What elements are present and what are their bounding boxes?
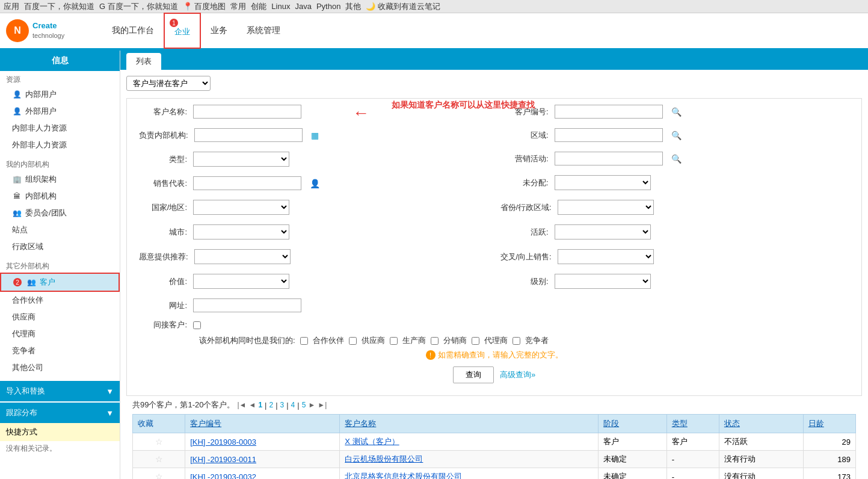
input-customer-no[interactable] [555, 105, 663, 119]
label-supplier: 供应商 [362, 335, 385, 346]
nav-item-business[interactable]: 业务 [201, 13, 237, 49]
nav-item-enterprise[interactable]: 1 企业 [164, 13, 201, 49]
sales-rep-lookup-button[interactable]: 👤 [307, 178, 322, 190]
sidebar-item-competitor[interactable]: 竞争者 [0, 342, 120, 359]
pg-5[interactable]: 5 [302, 401, 306, 409]
query-button[interactable]: 查询 [453, 366, 494, 383]
pg-4[interactable]: 4 [291, 401, 295, 409]
category-select[interactable]: 客户与潜在客户 [126, 76, 211, 91]
checkbox-distributor[interactable] [431, 337, 439, 345]
org-icon: 🏢 [12, 175, 22, 184]
bookmark: 📍 百度地图 [183, 1, 226, 12]
nav-item-workbench[interactable]: 我的工作台 [102, 13, 164, 49]
pg-2[interactable]: 2 [269, 401, 273, 409]
input-marketing[interactable] [555, 152, 663, 165]
code-link[interactable]: [KH] -201908-0003 [190, 437, 256, 447]
checkbox-manufacturer[interactable] [390, 337, 398, 345]
input-website[interactable] [193, 298, 301, 312]
star-icon[interactable]: ☆ [155, 472, 163, 479]
select-value[interactable] [193, 274, 289, 289]
checkbox-competitor[interactable] [512, 337, 520, 345]
data-table: 收藏 客户编号 客户名称 阶段 类型 状态 日龄 ☆ [KH] -201908-… [132, 414, 856, 479]
cell-status: 不活跃 [719, 433, 803, 451]
advanced-query-button[interactable]: 高级查询» [500, 366, 535, 383]
sidebar-item-internal-user[interactable]: 👤 内部用户 [0, 86, 120, 103]
checkbox-partner[interactable] [300, 337, 308, 345]
sidebar-item-external-nonhr[interactable]: 外部非人力资源 [0, 137, 120, 153]
table-row: ☆ [KH] -201903-0032 北京昆格客信息技术股份有限公司 未确定 … [133, 468, 856, 480]
select-recommend[interactable] [194, 249, 291, 264]
star-icon[interactable]: ☆ [155, 454, 163, 464]
form-row-grade: 级别: [500, 274, 850, 289]
nav-item-admin[interactable]: 系统管理 [237, 13, 290, 49]
sidebar-section-import[interactable]: 导入和替换 ▼ [0, 381, 120, 401]
sidebar-item-partner[interactable]: 合作伙伴 [0, 292, 120, 309]
query-buttons: 查询 高级查询» [139, 366, 849, 383]
cell-star[interactable]: ☆ [133, 468, 185, 480]
sidebar-item-external-user[interactable]: 👤 外部用户 [0, 103, 120, 120]
sidebar-item-agent[interactable]: 代理商 [0, 326, 120, 342]
checkbox-supplier[interactable] [349, 337, 357, 345]
sidebar-item-station[interactable]: 站点 [0, 221, 120, 238]
col-header-type[interactable]: 类型 [666, 415, 719, 433]
marketing-search-button[interactable]: 🔍 [669, 153, 684, 165]
sidebar-item-admin-region[interactable]: 行政区域 [0, 238, 120, 255]
org-lookup-button[interactable]: ▦ [309, 129, 321, 141]
select-grade[interactable] [555, 274, 651, 289]
label-distributor: 分销商 [443, 335, 467, 346]
cell-star[interactable]: ☆ [133, 451, 185, 468]
sidebar-item-internal-org[interactable]: 🏛 内部机构 [0, 188, 120, 205]
col-header-age[interactable]: 日龄 [803, 415, 855, 433]
content-body: 客户与潜在客户 ← 如果知道客户名称可以从这里快捷查找 客户名称: [120, 70, 868, 479]
name-link[interactable]: 白云机场股份有限公司 [345, 454, 423, 463]
pg-prev[interactable]: ◄ [248, 401, 256, 409]
input-responsible-org[interactable] [194, 128, 303, 142]
pg-next[interactable]: ► [308, 401, 315, 409]
name-link[interactable]: 北京昆格客信息技术股份有限公司 [345, 472, 462, 479]
region-search-button[interactable]: 🔍 [669, 129, 684, 141]
label-unassigned: 未分配: [500, 178, 549, 188]
table-area: 共99个客户，第1-20个客户。 |◄ ◄ 1 | 2 | 3 | 4 | 5 … [126, 396, 862, 479]
pg-last[interactable]: ►| [318, 401, 327, 409]
form-row-website: 网址: [139, 298, 488, 312]
select-city[interactable] [193, 224, 289, 240]
user-icon: 👤 [12, 90, 22, 99]
name-link[interactable]: X 测试（客户） [345, 437, 399, 446]
code-link[interactable]: [KH] -201903-0032 [190, 472, 256, 480]
col-header-stage[interactable]: 阶段 [599, 415, 667, 433]
main-layout: 信息 资源 👤 内部用户 👤 外部用户 内部非人力资源 外部非人力资源 我的内部… [0, 51, 868, 479]
col-header-code[interactable]: 客户编号 [185, 415, 340, 433]
select-cross-sell[interactable] [558, 249, 654, 264]
pg-1[interactable]: 1 [258, 401, 262, 409]
sidebar-item-org-structure[interactable]: 🏢 组织架构 [0, 171, 120, 188]
col-header-status[interactable]: 状态 [719, 415, 803, 433]
pg-3[interactable]: 3 [280, 401, 285, 409]
input-customer-name[interactable] [193, 105, 301, 119]
input-region[interactable] [555, 128, 663, 142]
sidebar-item-committee[interactable]: 👥 委员会/团队 [0, 205, 120, 221]
cell-name: X 测试（客户） [340, 433, 599, 451]
select-active[interactable] [555, 224, 651, 240]
nav-step-badge: 1 [170, 19, 178, 27]
pagination-info: 共99个客户，第1-20个客户。 |◄ ◄ 1 | 2 | 3 | 4 | 5 … [132, 396, 856, 414]
select-country[interactable] [193, 200, 289, 215]
select-province[interactable] [558, 200, 654, 215]
customer-no-search-button[interactable]: 🔍 [669, 106, 684, 118]
label-grade: 级别: [500, 276, 549, 287]
sidebar-section-track[interactable]: 跟踪分布 ▼ [0, 403, 120, 423]
code-link[interactable]: [KH] -201903-0011 [190, 455, 256, 464]
select-unassigned[interactable] [555, 175, 651, 190]
pg-first[interactable]: |◄ [237, 401, 246, 409]
checkbox-agent[interactable] [472, 337, 479, 345]
tab-list[interactable]: 列表 [126, 53, 161, 70]
select-type[interactable] [193, 152, 289, 167]
star-icon[interactable]: ☆ [155, 437, 163, 447]
col-header-name[interactable]: 客户名称 [340, 415, 599, 433]
cell-star[interactable]: ☆ [133, 433, 185, 451]
sidebar-item-supplier[interactable]: 供应商 [0, 309, 120, 326]
checkbox-indirect[interactable] [193, 321, 201, 329]
sidebar-item-internal-nonhr[interactable]: 内部非人力资源 [0, 120, 120, 137]
sidebar-item-customer[interactable]: 2 👥 客户 [0, 273, 120, 292]
sidebar-item-other-company[interactable]: 其他公司 [0, 359, 120, 376]
input-sales-rep[interactable] [193, 176, 301, 190]
